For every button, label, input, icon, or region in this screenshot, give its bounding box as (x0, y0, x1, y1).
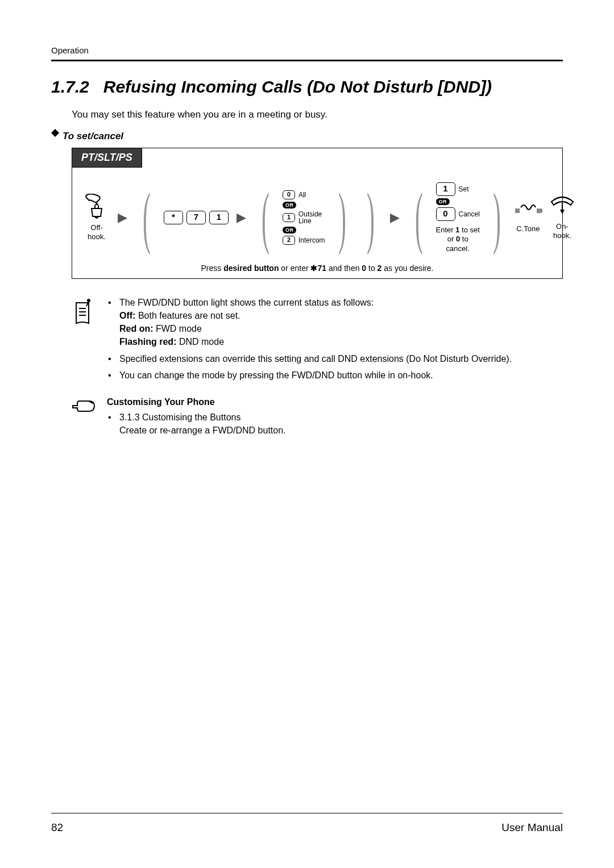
svg-marker-3 (541, 208, 542, 213)
step-setcancel: 1Set OR 0Cancel Enter 1 to set or 0 to c… (436, 182, 480, 253)
step-ctone: C.Tone (514, 202, 542, 233)
customise-heading: Customising Your Phone (107, 395, 286, 408)
flow-caption: Press desired button or enter ✱71 and th… (84, 264, 551, 273)
page-number: 82 (51, 821, 63, 834)
offhook-label: Off-hook. (84, 223, 110, 242)
setcancel-caption-a: Enter 1 to set (436, 226, 480, 234)
tone-icon (514, 202, 542, 220)
key-0-small: 0 (283, 190, 295, 199)
onhook-label: On-hook. (548, 222, 576, 241)
customise-item: 3.1.3 Customising the Buttons Create or … (117, 411, 286, 437)
arrow-icon: ▶ (388, 210, 402, 225)
footer-title: User Manual (501, 821, 563, 834)
flow-diagram: PT/SLT/PS Off-hook. (72, 148, 563, 279)
step-onhook: On-hook. (548, 195, 576, 241)
section-title-text: Refusing Incoming Calls (Do Not Disturb … (103, 77, 492, 96)
note-override: Specified extensions can override this s… (117, 352, 512, 365)
page-footer: 82 User Manual (51, 813, 563, 834)
bracket-open-icon: ( (143, 194, 151, 241)
step-options: 0All OR 1Outside Line OR 2Intercom (283, 190, 325, 245)
subhead-text: To set/cancel (63, 131, 123, 141)
svg-rect-2 (537, 208, 541, 213)
bracket-open-icon: ( (415, 194, 423, 241)
section-title: 1.7.2 Refusing Incoming Calls (Do Not Di… (51, 77, 563, 97)
bracket-close-icon: ) (493, 194, 501, 241)
notepad-icon (72, 298, 94, 326)
flow-tab: PT/SLT/PS (72, 148, 142, 168)
svg-marker-4 (560, 210, 565, 214)
diamond-icon (51, 125, 59, 133)
pointing-hand-icon (72, 398, 96, 415)
intro-text: You may set this feature when you are in… (72, 109, 563, 120)
label-cancel: Cancel (459, 210, 480, 218)
key-1-set: 1 (436, 182, 455, 196)
handset-onhook-icon (548, 195, 576, 218)
key-1-small: 1 (283, 213, 295, 222)
note-block-customise: Customising Your Phone 3.1.3 Customising… (72, 395, 563, 441)
bracket-close-icon: ) (338, 194, 346, 241)
key-1: 1 (209, 211, 229, 224)
opt-intercom: Intercom (298, 236, 325, 244)
subhead: To set/cancel (51, 131, 563, 142)
note-block-status: The FWD/DND button light shows the curre… (72, 296, 563, 385)
section-number: 1.7.2 (51, 77, 89, 96)
running-head: Operation (51, 45, 563, 55)
rule-top (51, 60, 563, 61)
label-set: Set (459, 185, 469, 193)
setcancel-caption-b: or 0 to cancel. (446, 235, 470, 252)
or-badge: OR (436, 198, 450, 205)
arrow-icon: ▶ (234, 210, 248, 225)
opt-outside: Outside Line (298, 211, 325, 224)
opt-all: All (298, 191, 306, 199)
key-star: * (164, 211, 183, 224)
key-0-cancel: 0 (436, 207, 455, 221)
or-badge: OR (283, 227, 297, 233)
note-status: The FWD/DND button light shows the curre… (117, 296, 512, 349)
bracket-close-icon: ) (367, 194, 375, 241)
arrow-icon: ▶ (115, 210, 130, 225)
handset-offhook-icon (84, 194, 110, 219)
note-change-mode: You can change the mode by pressing the … (117, 369, 512, 382)
step-dial: * 7 1 (164, 211, 229, 224)
ctone-label: C.Tone (516, 224, 540, 233)
svg-rect-1 (515, 208, 520, 213)
key-7: 7 (186, 211, 206, 224)
step-offhook: Off-hook. (84, 194, 110, 242)
key-2-small: 2 (283, 236, 295, 245)
or-badge: OR (283, 202, 297, 208)
bracket-open-icon: ( (262, 194, 269, 241)
